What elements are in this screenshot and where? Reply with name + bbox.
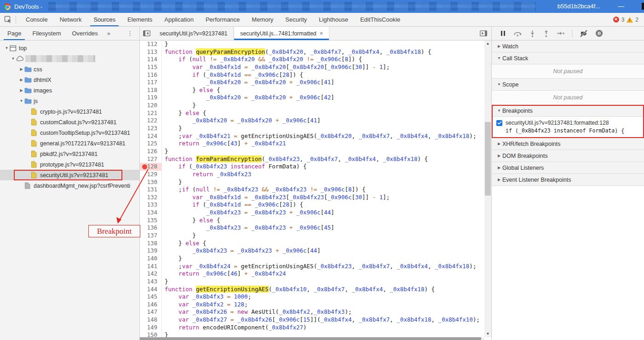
line-number[interactable]: 133 (140, 201, 162, 209)
tree-item-customcallout-js-v-92137481[interactable]: customCallout.js?v=92137481 (0, 117, 139, 127)
tab-elements[interactable]: Elements (121, 13, 158, 26)
scroll-up-icon[interactable]: ▲ (484, 40, 491, 47)
line-number[interactable]: 113 (140, 48, 162, 56)
line-number[interactable]: 122 (140, 117, 162, 125)
tab-memory[interactable]: Memory (246, 13, 279, 26)
tab-application[interactable]: Application (158, 13, 200, 26)
deactivate-breakpoints-icon[interactable] (580, 30, 588, 37)
tree-item-redacted-host[interactable]: ▼ (0, 53, 139, 64)
tree-item-general-js-0172217-v-92137481[interactable]: general.js?0172217&v=92137481 (0, 138, 139, 149)
editor-tab-securityutil-js-v-92137481[interactable]: securityUtil.js?v=92137481 (154, 27, 234, 40)
horizontal-scroll-thumb[interactable] (140, 337, 481, 340)
section-header-watch[interactable]: ▶Watch (492, 40, 644, 52)
chevron-down-icon[interactable]: ▼ (10, 57, 16, 61)
tab-performance[interactable]: Performance (200, 13, 246, 26)
line-number[interactable]: 130 (140, 179, 162, 186)
line-number[interactable]: 128 (140, 163, 162, 171)
line-number[interactable]: 147 (140, 308, 162, 316)
chevron-right-icon[interactable]: ▶ (18, 67, 24, 71)
chevron-right-icon[interactable]: ▶ (18, 88, 24, 92)
line-number[interactable]: 138 (140, 240, 162, 248)
breakpoint-dot-icon[interactable] (142, 164, 147, 169)
section-header-breakpoints[interactable]: ▼Breakpoints (492, 105, 644, 117)
line-number[interactable]: 131 (140, 186, 162, 194)
tree-item-dashboardmgmt-new-jsp-csrfpreventi[interactable]: dashboardMgmt_new.jsp?csrfPreventi (0, 180, 139, 191)
navigator-tab-page[interactable]: Page (2, 27, 27, 40)
tab-lighthouse[interactable]: Lighthouse (313, 13, 354, 26)
line-number[interactable]: 149 (140, 324, 162, 332)
tree-item-css[interactable]: ▶css (0, 64, 139, 75)
more-tabs-icon[interactable]: » (104, 27, 114, 40)
section-header-call-stack[interactable]: ▼Call Stack (492, 52, 644, 64)
vertical-scrollbar[interactable]: ▲ ▼ (484, 40, 491, 337)
section-header-scope[interactable]: ▼Scope (492, 79, 644, 91)
line-number[interactable]: 118 (140, 86, 162, 94)
console-badges[interactable]: ✕ 3 2 (613, 13, 644, 26)
line-number[interactable]: 126 (140, 148, 162, 156)
section-header-global-listeners[interactable]: ▶Global Listeners (492, 162, 644, 174)
navigator-menu-icon[interactable]: ⋮ (121, 27, 139, 40)
line-number[interactable]: 116 (140, 71, 162, 79)
collapse-navigator-icon[interactable] (140, 27, 154, 40)
section-header-dom-breakpoints[interactable]: ▶DOM Breakpoints (492, 150, 644, 162)
line-number[interactable]: 119 (140, 94, 162, 102)
step-over-icon[interactable] (513, 30, 522, 37)
line-number[interactable]: 127 (140, 156, 162, 163)
tree-item-js[interactable]: ▼js (0, 96, 139, 106)
line-number[interactable]: 146 (140, 301, 162, 309)
step-into-icon[interactable] (529, 30, 536, 37)
tree-item-prototype-js-v-92137481[interactable]: prototype.js?v=92137481 (0, 159, 139, 170)
tab-console[interactable]: Console (20, 13, 54, 26)
tab-editthiscookie[interactable]: EditThisCookie (354, 13, 406, 26)
line-number[interactable]: 123 (140, 125, 162, 133)
navigator-tab-overrides[interactable]: Overrides (67, 27, 104, 40)
chevron-right-icon[interactable]: ▶ (18, 78, 24, 82)
vertical-scroll-thumb[interactable] (485, 122, 491, 196)
show-drawer-icon[interactable] (476, 27, 491, 40)
line-number[interactable]: 136 (140, 224, 162, 232)
tree-item-crypto-js-js-v-92137481[interactable]: crypto-js.js?v=92137481 (0, 106, 139, 117)
tree-item-customtooltipsetup-js-v-92137481[interactable]: customTooltipSetup.js?v=92137481 (0, 127, 139, 138)
tree-item-dhtmlx[interactable]: ▶dhtmlX (0, 75, 139, 85)
minimize-button[interactable]: — (616, 0, 626, 13)
line-number[interactable]: 120 (140, 102, 162, 109)
line-number[interactable]: 137 (140, 232, 162, 240)
pause-on-exceptions-icon[interactable] (595, 29, 603, 37)
breakpoint-entry[interactable]: securityUtil.js?v=92137481:formatted:128… (492, 117, 644, 138)
line-number[interactable]: 141 (140, 263, 162, 271)
line-number[interactable]: 135 (140, 217, 162, 225)
tree-item-images[interactable]: ▶images (0, 85, 139, 96)
chevron-down-icon[interactable]: ▼ (4, 46, 10, 50)
line-number[interactable]: 144 (140, 286, 162, 294)
line-number[interactable]: 140 (140, 255, 162, 263)
tree-item-pbkdf2-js-v-92137481[interactable]: pbkdf2.js?v=92137481 (0, 149, 139, 159)
line-number[interactable]: 139 (140, 247, 162, 255)
tab-security[interactable]: Security (279, 13, 313, 26)
tab-network[interactable]: Network (54, 13, 88, 26)
chevron-down-icon[interactable]: ▼ (18, 99, 24, 103)
breakpoint-checkbox[interactable] (496, 120, 502, 126)
line-number[interactable]: 125 (140, 140, 162, 148)
line-number[interactable]: 112 (140, 40, 162, 48)
line-number[interactable]: 132 (140, 194, 162, 202)
line-number[interactable]: 121 (140, 109, 162, 117)
section-header-xhr-fetch-breakpoints[interactable]: ▶XHR/fetch Breakpoints (492, 138, 644, 150)
step-icon[interactable] (557, 30, 565, 37)
section-header-event-listener-breakpoints[interactable]: ▶Event Listener Breakpoints (492, 174, 644, 186)
line-number[interactable]: 124 (140, 133, 162, 140)
line-number[interactable]: 115 (140, 63, 162, 71)
step-out-icon[interactable] (543, 30, 550, 37)
horizontal-scrollbar[interactable] (140, 337, 484, 340)
line-number[interactable]: 117 (140, 79, 162, 86)
scroll-down-icon[interactable]: ▼ (484, 331, 491, 337)
line-number[interactable]: 142 (140, 270, 162, 278)
tree-item-securityutil-js-v-92137481[interactable]: securityUtil.js?v=92137481 (0, 170, 139, 180)
line-number[interactable]: 114 (140, 56, 162, 63)
navigator-tab-filesystem[interactable]: Filesystem (27, 27, 66, 40)
editor-tab-securityutil-js-7481-formatted[interactable]: securityUtil.js...7481:formatted× (234, 27, 329, 40)
line-number[interactable]: 129 (140, 171, 162, 179)
inspect-cursor-icon[interactable] (0, 13, 16, 26)
line-number[interactable]: 134 (140, 209, 162, 217)
code-editor[interactable]: 112}113function queryParamEncryption(_0x… (140, 40, 491, 340)
tree-item-top[interactable]: ▼top (0, 43, 139, 53)
